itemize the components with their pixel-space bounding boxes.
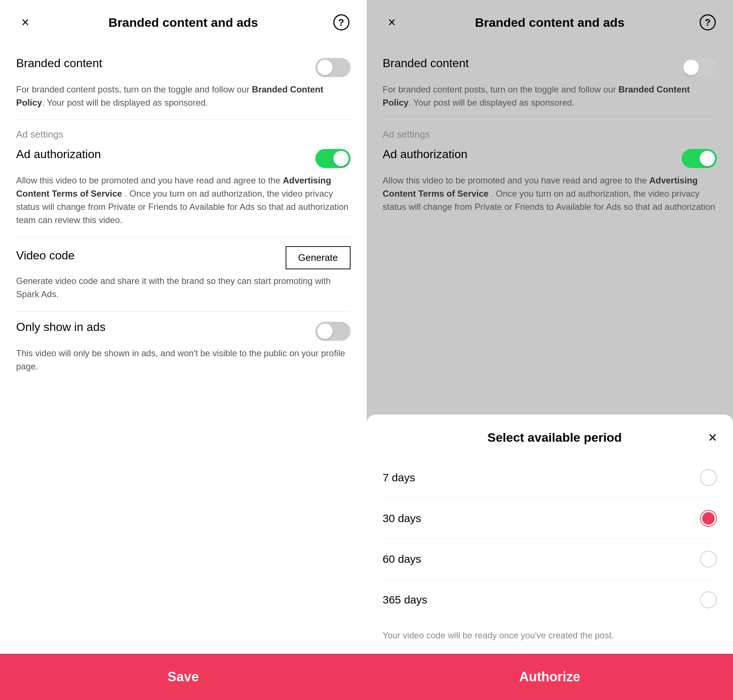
period-option[interactable]: 7 days: [383, 457, 717, 498]
video-code-title: Video code: [16, 249, 75, 262]
right-branded-toggle[interactable]: [682, 58, 717, 77]
modal-note: Your video code will be ready once you'v…: [383, 620, 717, 642]
branded-content-desc: For branded content posts, turn on the t…: [16, 83, 351, 109]
right-toggle-knob-on: [700, 151, 715, 166]
toggle-knob-on: [333, 151, 349, 166]
left-content: Branded content For branded content post…: [0, 42, 367, 654]
only-show-toggle-wrapper: [315, 322, 351, 341]
modal-header: Select available period ×: [383, 429, 717, 446]
authorize-button[interactable]: Authorize: [367, 654, 733, 700]
period-option-label: 30 days: [383, 512, 421, 525]
right-help-button[interactable]: ?: [699, 13, 717, 32]
save-button[interactable]: Save: [0, 654, 367, 700]
right-branded-content-title: Branded content: [383, 56, 469, 70]
right-help-circle-icon: ?: [700, 14, 716, 31]
ad-auth-toggle-wrapper: [315, 149, 351, 168]
only-show-toggle[interactable]: [315, 322, 351, 341]
period-option[interactable]: 60 days: [383, 539, 717, 580]
radio-circle-icon: [700, 510, 717, 527]
modal-title: Select available period: [401, 430, 708, 445]
divider-1: [16, 120, 351, 120]
right-ad-auth-row: Ad authorization: [383, 147, 717, 168]
period-option-label: 365 days: [383, 594, 427, 606]
radio-circle-icon: [700, 551, 717, 568]
video-code-desc: Generate video code and share it with th…: [16, 274, 351, 301]
left-header: × Branded content and ads ?: [0, 0, 367, 42]
right-ad-settings-label: Ad settings: [383, 129, 717, 140]
right-branded-content-row: Branded content: [383, 56, 717, 77]
right-panel: × Branded content and ads ? Branded cont…: [367, 0, 733, 700]
ad-auth-desc: Allow this video to be promoted and you …: [16, 174, 351, 227]
ad-auth-row: Ad authorization: [16, 147, 351, 168]
ad-auth-title: Ad authorization: [16, 147, 101, 161]
period-modal: Select available period × 7 days30 days6…: [367, 415, 733, 700]
ad-settings-label: Ad settings: [16, 129, 351, 140]
only-show-in-ads-title: Only show in ads: [16, 320, 106, 334]
only-show-in-ads-row: Only show in ads: [16, 320, 351, 341]
period-option[interactable]: 30 days: [383, 498, 717, 539]
right-ad-auth-toggle-wrapper: [682, 149, 717, 168]
right-title: Branded content and ads: [401, 15, 699, 30]
help-circle-icon: ?: [333, 14, 350, 31]
period-option-label: 60 days: [383, 553, 421, 565]
right-branded-toggle-wrapper: [682, 58, 717, 77]
right-header: × Branded content and ads ?: [367, 0, 733, 42]
divider-3: [16, 311, 351, 312]
ad-auth-toggle[interactable]: [315, 149, 351, 168]
period-option-label: 7 days: [383, 471, 415, 484]
video-code-row: Video code Generate: [16, 246, 351, 269]
right-branded-content-desc: For branded content posts, turn on the t…: [383, 83, 717, 109]
toggle-knob-off2: [317, 324, 333, 339]
radio-inner-fill: [702, 512, 715, 525]
period-options-list: 7 days30 days60 days365 days: [383, 457, 717, 620]
left-panel: × Branded content and ads ? Branded cont…: [0, 0, 367, 700]
only-show-desc: This video will only be shown in ads, an…: [16, 347, 351, 373]
right-ad-auth-title: Ad authorization: [383, 147, 467, 161]
radio-circle-icon: [700, 469, 717, 486]
radio-circle-icon: [700, 591, 717, 608]
branded-content-toggle-wrapper: [315, 58, 351, 77]
branded-content-row: Branded content: [16, 56, 351, 77]
left-title: Branded content and ads: [34, 15, 332, 30]
divider-2: [16, 237, 351, 237]
branded-content-title: Branded content: [16, 56, 102, 70]
right-ad-auth-toggle[interactable]: [682, 149, 717, 168]
period-option[interactable]: 365 days: [383, 580, 717, 620]
right-close-button[interactable]: ×: [383, 13, 401, 32]
left-help-button[interactable]: ?: [332, 13, 351, 32]
right-ad-auth-desc: Allow this video to be promoted and you …: [383, 174, 717, 213]
toggle-knob: [317, 60, 333, 75]
left-close-button[interactable]: ×: [16, 13, 34, 32]
generate-button[interactable]: Generate: [286, 246, 350, 269]
modal-close-button[interactable]: ×: [708, 429, 717, 446]
branded-content-toggle[interactable]: [315, 58, 351, 77]
right-toggle-knob: [683, 60, 699, 75]
right-divider-1: [383, 120, 717, 120]
